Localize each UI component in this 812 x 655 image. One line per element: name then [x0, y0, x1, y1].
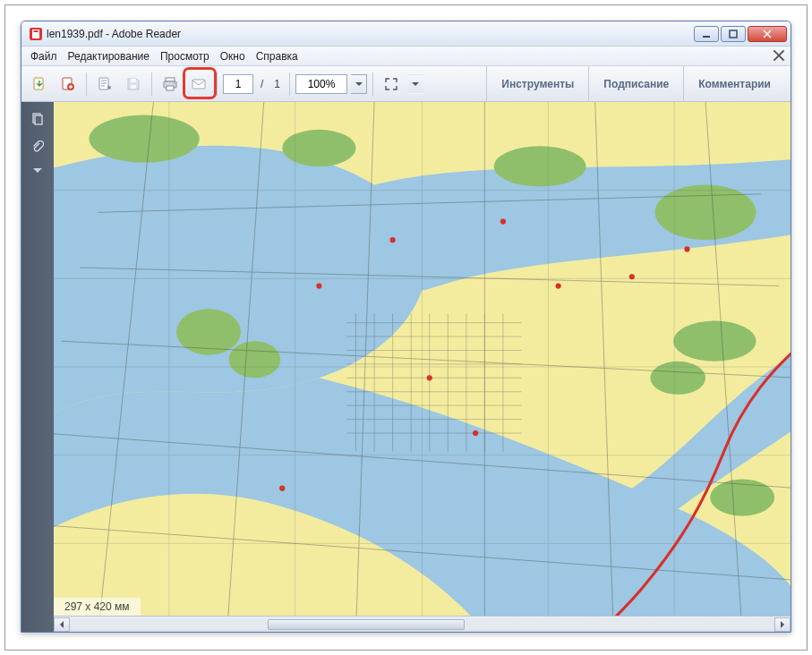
svg-rect-11 — [166, 78, 175, 81]
toolbar: / 1 100% Инструменты Подписание Коммента… — [21, 66, 791, 102]
scroll-track[interactable] — [71, 619, 774, 630]
svg-point-32 — [473, 430, 478, 436]
svg-rect-4 — [730, 30, 737, 38]
svg-rect-17 — [35, 115, 42, 124]
export-pdf-button[interactable] — [27, 72, 52, 97]
view-options-dropdown[interactable] — [407, 74, 423, 94]
svg-point-20 — [282, 130, 355, 166]
panel-tab-comments[interactable]: Комментарии — [683, 66, 785, 102]
menu-window[interactable]: Окно — [215, 48, 251, 64]
maximize-button[interactable] — [721, 26, 746, 42]
document-viewer[interactable]: 297 x 420 мм — [54, 102, 791, 632]
navigation-panel — [21, 102, 54, 632]
page-separator: / — [257, 78, 267, 90]
app-window: len1939.pdf - Adobe Reader Файл Редактир… — [21, 21, 791, 633]
svg-point-25 — [673, 321, 756, 362]
zoom-dropdown[interactable] — [351, 74, 367, 94]
svg-point-14 — [174, 82, 175, 84]
scroll-thumb[interactable] — [268, 619, 465, 630]
svg-point-22 — [655, 185, 756, 241]
svg-point-29 — [500, 219, 506, 225]
fit-window-button[interactable] — [379, 72, 404, 97]
menu-file[interactable]: Файл — [25, 48, 63, 64]
menu-view[interactable]: Просмотр — [155, 48, 215, 64]
content-area: 297 x 420 мм — [21, 102, 791, 632]
svg-rect-2 — [34, 30, 38, 32]
menu-help[interactable]: Справка — [251, 48, 303, 64]
svg-point-33 — [316, 283, 321, 288]
svg-point-21 — [494, 146, 586, 186]
menubar-close-doc-icon[interactable] — [773, 49, 785, 62]
svg-rect-15 — [192, 80, 205, 89]
menu-bar: Файл Редактирование Просмотр Окно Справк… — [21, 47, 791, 66]
nav-expand-icon[interactable] — [33, 168, 42, 173]
horizontal-scrollbar[interactable] — [54, 616, 791, 632]
svg-point-31 — [427, 375, 432, 380]
desktop-background: len1939.pdf - Adobe Reader Файл Редактир… — [4, 4, 808, 651]
svg-rect-3 — [703, 36, 710, 38]
print-button[interactable] — [158, 72, 183, 97]
scroll-left-button[interactable] — [54, 617, 70, 632]
svg-point-27 — [650, 362, 705, 395]
svg-point-23 — [176, 309, 241, 354]
page-number-input[interactable] — [223, 74, 253, 94]
nav-thumbnails-button[interactable] — [26, 107, 49, 131]
svg-point-36 — [279, 486, 285, 491]
app-icon — [29, 27, 43, 41]
page-total: 1 — [270, 78, 284, 90]
nav-attachments-button[interactable] — [26, 136, 49, 159]
panel-tab-tools[interactable]: Инструменты — [486, 66, 588, 102]
svg-rect-9 — [131, 85, 136, 89]
zoom-value[interactable]: 100% — [295, 74, 347, 94]
svg-point-24 — [229, 341, 281, 378]
svg-rect-13 — [167, 86, 174, 90]
window-title: len1939.pdf - Adobe Reader — [47, 28, 181, 40]
zoom-text: 100% — [308, 78, 336, 90]
menu-edit[interactable]: Редактирование — [63, 48, 155, 64]
email-button[interactable] — [186, 72, 211, 97]
svg-rect-10 — [131, 79, 136, 82]
svg-point-30 — [556, 283, 561, 288]
map-page — [54, 102, 791, 632]
svg-point-34 — [629, 274, 635, 279]
save-button[interactable] — [121, 72, 146, 97]
create-pdf-button[interactable] — [56, 72, 81, 97]
svg-point-26 — [710, 479, 774, 515]
svg-point-35 — [684, 246, 689, 251]
scroll-right-button[interactable] — [774, 617, 791, 632]
open-button[interactable] — [92, 72, 117, 97]
panel-tab-sign[interactable]: Подписание — [588, 66, 683, 102]
svg-point-19 — [89, 115, 199, 162]
svg-point-28 — [390, 237, 396, 242]
title-bar[interactable]: len1939.pdf - Adobe Reader — [21, 21, 791, 47]
minimize-button[interactable] — [694, 26, 719, 42]
close-button[interactable] — [748, 26, 787, 42]
